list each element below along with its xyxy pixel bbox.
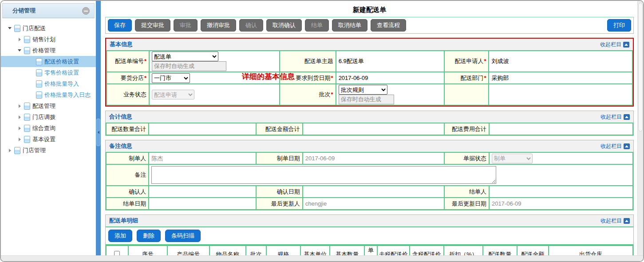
submit-approval-button[interactable]: 提交审批	[135, 19, 170, 32]
applicant-value[interactable]: 刘成波	[489, 51, 632, 72]
collapsed-arrow-icon[interactable]	[17, 38, 22, 41]
branch-select[interactable]: 一门市	[152, 73, 190, 83]
collapse-up-icon[interactable]	[623, 42, 629, 48]
tree-item-zonghechaxun[interactable]: 综合查询	[1, 123, 96, 134]
approve-button: 审批	[174, 19, 198, 32]
dept-value[interactable]: 采购部	[489, 72, 632, 84]
tree-item-jiageguanli[interactable]: 价格管理	[1, 45, 96, 56]
detail-toolbar: 添加 删除 条码扫描	[106, 226, 633, 245]
doc-status-select: 制单	[492, 154, 533, 163]
document-icon	[36, 58, 42, 65]
tree-item-lingshoujiage[interactable]: 零售价格设置	[1, 67, 96, 78]
arrival-date-value[interactable]: 2017-06-09	[336, 72, 444, 84]
closer-value	[489, 186, 633, 198]
horizontal-scrollbar[interactable]	[1, 255, 643, 261]
col-header: 基本单位	[300, 246, 330, 255]
nav-tree: 门店配送 销售计划 价格管理 配送价格设置	[1, 18, 96, 156]
tree-item-mendianpeisong[interactable]: 门店配送	[1, 23, 96, 34]
section-title: 基本信息	[110, 40, 133, 48]
required-marker: *	[484, 58, 486, 64]
confirmer-value	[149, 186, 256, 198]
last-updater-value: chengjie	[303, 198, 444, 210]
field-label: 配送费用合计	[444, 123, 489, 135]
tree-item-label: 门店管理	[23, 147, 46, 155]
collapsed-arrow-icon[interactable]	[17, 104, 22, 108]
tree-item-label: 门店配送	[23, 24, 46, 32]
collapsed-arrow-icon[interactable]	[7, 149, 12, 152]
col-header: 基本数量	[330, 246, 364, 255]
expanded-arrow-icon[interactable]	[17, 49, 22, 52]
document-icon	[24, 125, 30, 132]
page-title: 新建配送单	[105, 3, 634, 17]
view-flow-button[interactable]: 查看流程	[371, 19, 406, 32]
collapse-panel-link[interactable]: 收起栏目	[601, 217, 630, 225]
tree-item-mendianguanli[interactable]: 门店管理	[1, 145, 96, 156]
tree-item-daoruRizhi[interactable]: 价格批量导入日志	[1, 89, 96, 100]
sidebar-minimize-icon[interactable]	[82, 7, 90, 15]
remark-textarea[interactable]	[151, 166, 496, 184]
col-header: 单位	[364, 246, 378, 255]
barcode-scan-button[interactable]: 条码扫描	[165, 230, 201, 242]
field-label: 制单人	[106, 152, 149, 164]
collapse-up-icon[interactable]	[624, 218, 630, 224]
section-title: 合计信息	[109, 113, 132, 121]
order-no-rule-select[interactable]: 配送单	[152, 52, 218, 61]
collapsed-arrow-icon[interactable]	[17, 138, 22, 141]
document-icon	[24, 36, 30, 43]
section-remarks-header: 备注信息 收起栏目	[106, 140, 633, 152]
sidebar: 分销管理 门店配送 销售计划 价格管理	[1, 1, 96, 255]
detail-table: 序号 产品编号 物品名称 批次 规格 基本单位 基本数量 单位 去税配送价 含税…	[106, 245, 633, 255]
save-button[interactable]: 保存	[108, 19, 132, 32]
field-label	[444, 84, 489, 105]
expanded-arrow-icon[interactable]	[7, 27, 12, 29]
tree-item-jiagepiliangdaoru[interactable]: 价格批量导入	[1, 78, 96, 89]
total-amount-value	[303, 123, 444, 135]
col-header: 序号	[128, 246, 167, 255]
field-label: 最后更新日期	[444, 198, 489, 210]
collapsed-arrow-icon[interactable]	[17, 127, 22, 130]
collapse-panel-link[interactable]: 收起栏目	[601, 113, 630, 121]
cancel-close-button[interactable]: 取消结单	[332, 19, 367, 32]
field-label: 备注	[106, 164, 149, 186]
required-marker: *	[331, 91, 333, 98]
collapse-up-icon[interactable]	[624, 143, 630, 149]
collapse-label: 收起栏目	[601, 217, 622, 225]
tree-item-xiaoshoujihua[interactable]: 销售计划	[1, 34, 96, 45]
splitter-handle[interactable]	[96, 119, 100, 146]
tree-item-peisongjiage-selected[interactable]: 配送价格设置	[1, 56, 96, 67]
field-label: 确认日期	[256, 186, 302, 198]
collapse-label: 收起栏目	[601, 143, 622, 150]
tree-item-label: 价格批量导入日志	[44, 91, 91, 99]
select-all-checkbox[interactable]	[114, 251, 120, 255]
totals-form: 配送数量合计 配送金额合计 配送费用合计	[106, 123, 633, 135]
print-button[interactable]: 打印	[607, 19, 631, 32]
collapse-panel-link[interactable]: 收起栏目	[600, 41, 629, 48]
col-header: 折扣（%）	[444, 246, 483, 255]
tree-item-label: 价格批量导入	[44, 80, 79, 88]
collapse-panel-link[interactable]: 收起栏目	[601, 143, 630, 150]
vertical-scrollbar[interactable]	[637, 1, 643, 255]
field-label: 要求到货日期*	[280, 72, 336, 84]
collapse-up-icon[interactable]	[624, 114, 630, 120]
cancel-approval-button[interactable]: 撤消审批	[201, 19, 236, 32]
collapse-left-icon	[98, 131, 99, 134]
order-no-auto-input	[152, 61, 226, 71]
collapsed-arrow-icon[interactable]	[17, 115, 22, 119]
tree-item-peisongguanli[interactable]: 配送管理	[1, 100, 96, 111]
tree-item-jibenshezhi[interactable]: 基本设置	[1, 134, 96, 145]
tree-item-mendiandiaobo[interactable]: 门店调拨	[1, 111, 96, 123]
subject-value[interactable]: 6.9配送单	[336, 51, 444, 72]
add-row-button[interactable]: 添加	[108, 230, 132, 242]
app-window: 分销管理 门店配送 销售计划 价格管理	[0, 0, 644, 262]
cancel-confirm-button[interactable]: 取消确认	[266, 19, 302, 32]
required-marker: *	[144, 58, 146, 64]
total-qty-value	[149, 123, 256, 135]
batch-rule-select[interactable]: 批次规则	[339, 85, 387, 95]
col-header: 配送金额	[517, 246, 549, 255]
scrollbar-thumb[interactable]	[638, 3, 643, 131]
delete-row-button[interactable]: 删除	[137, 230, 161, 242]
document-icon	[24, 136, 30, 143]
field-label: 单据状态	[444, 152, 489, 164]
sidebar-splitter[interactable]	[96, 1, 101, 255]
field-label: 批次*	[280, 84, 336, 105]
